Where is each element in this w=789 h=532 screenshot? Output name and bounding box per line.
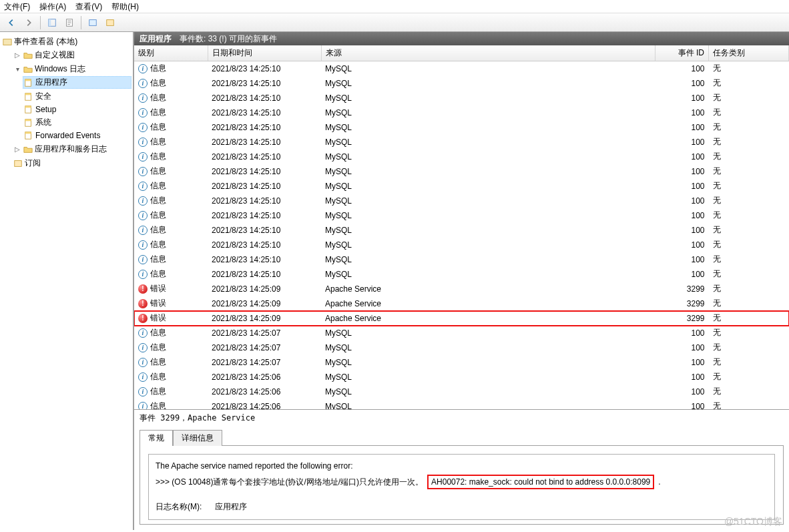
- menu-help[interactable]: 帮助(H): [111, 1, 139, 11]
- table-row[interactable]: !错误2021/8/23 14:25:09Apache Service3299无: [134, 282, 789, 296]
- table-row[interactable]: i信息2021/8/23 14:25:10MySQL100无: [134, 61, 789, 76]
- help-button[interactable]: [103, 15, 117, 30]
- refresh-button[interactable]: [85, 15, 100, 30]
- detail-body[interactable]: The Apache service named reported the fo…: [140, 445, 784, 525]
- cell-eventid: 3299: [655, 296, 709, 311]
- cell-datetime: 2021/8/23 14:25:10: [208, 179, 321, 194]
- table-row[interactable]: i信息2021/8/23 14:25:07MySQL100无: [134, 326, 789, 340]
- menu-action[interactable]: 操作(A): [39, 1, 66, 11]
- cell-category: 无: [709, 76, 789, 91]
- nav-forward-button[interactable]: [21, 15, 36, 30]
- table-row[interactable]: i信息2021/8/23 14:25:10MySQL100无: [134, 120, 789, 135]
- cell-datetime: 2021/8/23 14:25:10: [208, 76, 321, 91]
- cell-source: MySQL: [321, 194, 655, 208]
- tree-setup[interactable]: Setup: [23, 104, 132, 115]
- cell-datetime: 2021/8/23 14:25:10: [208, 150, 321, 164]
- log-icon: [24, 78, 33, 87]
- tree-app-service-logs[interactable]: ▷应用程序和服务日志: [12, 143, 132, 156]
- log-icon: [24, 105, 33, 114]
- cell-source: MySQL: [321, 105, 655, 120]
- collapse-icon[interactable]: ▾: [13, 65, 21, 73]
- info-icon: i: [138, 226, 148, 235]
- event-grid[interactable]: 级别 日期和时间 来源 事件 ID 任务类别 i信息2021/8/23 14:2…: [134, 45, 789, 410]
- table-row[interactable]: i信息2021/8/23 14:25:10MySQL100无: [134, 164, 789, 179]
- cell-source: MySQL: [321, 208, 655, 223]
- expand-icon[interactable]: ▷: [13, 146, 21, 153]
- tree-pane[interactable]: 事件查看器 (本地) ▷自定义视图 ▾Windows 日志 应用程序 安全 Se…: [0, 32, 134, 530]
- menu-file[interactable]: 文件(F): [4, 1, 30, 11]
- content-count: 事件数: 33 (!) 可用的新事件: [180, 33, 277, 45]
- cell-datetime: 2021/8/23 14:25:09: [208, 296, 321, 311]
- cell-category: 无: [709, 384, 789, 399]
- cell-eventid: 100: [655, 267, 709, 282]
- log-name-value: 应用程序: [215, 502, 247, 511]
- table-row[interactable]: i信息2021/8/23 14:25:10MySQL100无: [134, 252, 789, 267]
- table-row[interactable]: i信息2021/8/23 14:25:07MySQL100无: [134, 355, 789, 370]
- table-row[interactable]: i信息2021/8/23 14:25:07MySQL100无: [134, 340, 789, 355]
- menu-view[interactable]: 查看(V): [75, 1, 102, 11]
- cell-source: MySQL: [321, 399, 655, 411]
- subscription-icon: [13, 159, 23, 168]
- event-grid-wrap[interactable]: 级别 日期和时间 来源 事件 ID 任务类别 i信息2021/8/23 14:2…: [134, 45, 789, 410]
- tree-windows-logs[interactable]: ▾Windows 日志: [12, 63, 132, 75]
- col-eventid[interactable]: 事件 ID: [655, 45, 709, 61]
- table-row[interactable]: i信息2021/8/23 14:25:06MySQL100无: [134, 370, 789, 384]
- cell-datetime: 2021/8/23 14:25:10: [208, 194, 321, 208]
- error-icon: !: [138, 284, 148, 294]
- tree-root[interactable]: 事件查看器 (本地): [1, 35, 132, 48]
- show-hide-tree-button[interactable]: [45, 15, 59, 30]
- table-row[interactable]: i信息2021/8/23 14:25:10MySQL100无: [134, 267, 789, 282]
- info-icon: i: [138, 152, 148, 162]
- cell-level: 信息: [150, 371, 166, 382]
- expand-icon[interactable]: ▷: [13, 51, 21, 59]
- tree-system[interactable]: 系统: [23, 116, 132, 129]
- detail-log-row: 日志名称(M): 应用程序: [156, 501, 768, 513]
- cell-datetime: 2021/8/23 14:25:07: [208, 355, 321, 370]
- cell-datetime: 2021/8/23 14:25:09: [208, 282, 321, 296]
- table-row[interactable]: i信息2021/8/23 14:25:10MySQL100无: [134, 179, 789, 194]
- tab-general[interactable]: 常规: [140, 430, 173, 446]
- tree-security[interactable]: 安全: [23, 90, 132, 103]
- svg-rect-1: [49, 19, 51, 26]
- col-category[interactable]: 任务类别: [709, 45, 789, 61]
- toolbar-separator: [40, 16, 41, 29]
- folder-icon: [23, 65, 33, 74]
- tree-subscriptions[interactable]: 订阅: [12, 157, 132, 170]
- table-row[interactable]: !错误2021/8/23 14:25:09Apache Service3299无: [134, 296, 789, 311]
- cell-eventid: 100: [655, 355, 709, 370]
- cell-datetime: 2021/8/23 14:25:10: [208, 238, 321, 252]
- info-icon: i: [138, 255, 148, 264]
- cell-datetime: 2021/8/23 14:25:10: [208, 164, 321, 179]
- table-row[interactable]: !错误2021/8/23 14:25:09Apache Service3299无: [134, 311, 789, 326]
- tab-details[interactable]: 详细信息: [173, 430, 222, 446]
- table-row[interactable]: i信息2021/8/23 14:25:10MySQL100无: [134, 150, 789, 164]
- col-source[interactable]: 来源: [321, 45, 655, 61]
- cell-category: 无: [709, 267, 789, 282]
- table-row[interactable]: i信息2021/8/23 14:25:06MySQL100无: [134, 384, 789, 399]
- properties-button[interactable]: [62, 15, 77, 30]
- cell-category: 无: [709, 91, 789, 105]
- table-row[interactable]: i信息2021/8/23 14:25:10MySQL100无: [134, 91, 789, 105]
- table-row[interactable]: i信息2021/8/23 14:25:10MySQL100无: [134, 238, 789, 252]
- tree-application[interactable]: 应用程序: [23, 76, 132, 89]
- error-icon: !: [138, 314, 148, 323]
- table-row[interactable]: i信息2021/8/23 14:25:10MySQL100无: [134, 135, 789, 150]
- cell-datetime: 2021/8/23 14:25:07: [208, 326, 321, 340]
- table-row[interactable]: i信息2021/8/23 14:25:10MySQL100无: [134, 105, 789, 120]
- tree-forwarded[interactable]: Forwarded Events: [23, 130, 132, 141]
- table-row[interactable]: i信息2021/8/23 14:25:10MySQL100无: [134, 194, 789, 208]
- table-row[interactable]: i信息2021/8/23 14:25:10MySQL100无: [134, 223, 789, 238]
- col-level[interactable]: 级别: [134, 45, 208, 61]
- table-row[interactable]: i信息2021/8/23 14:25:10MySQL100无: [134, 76, 789, 91]
- cell-datetime: 2021/8/23 14:25:10: [208, 120, 321, 135]
- tree-label: Setup: [35, 105, 56, 114]
- cell-category: 无: [709, 370, 789, 384]
- table-row[interactable]: i信息2021/8/23 14:25:10MySQL100无: [134, 208, 789, 223]
- table-row[interactable]: i信息2021/8/23 14:25:06MySQL100无: [134, 399, 789, 411]
- cell-category: 无: [709, 223, 789, 238]
- col-datetime[interactable]: 日期和时间: [208, 45, 321, 61]
- tree-custom-views[interactable]: ▷自定义视图: [12, 49, 132, 61]
- info-icon: i: [138, 108, 148, 117]
- nav-back-button[interactable]: [4, 15, 19, 30]
- cell-category: 无: [709, 194, 789, 208]
